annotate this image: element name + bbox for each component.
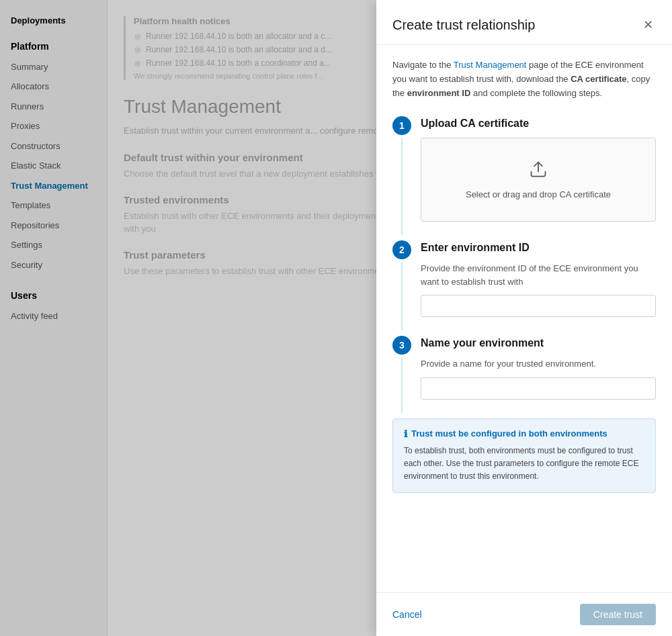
environment-id-input[interactable] (421, 295, 656, 317)
step-2-number: 2 (392, 240, 411, 259)
upload-label: Select or drag and drop CA certificate (432, 189, 644, 199)
upload-icon (432, 160, 644, 183)
modal-body: Navigate to the Trust Management page of… (376, 45, 672, 592)
info-icon: ℹ (404, 428, 407, 439)
step-1-title: Upload CA certificate (421, 118, 656, 130)
modal-header: Create trust relationship ✕ (376, 0, 672, 45)
step-3: 3 Name your environment Provide a name f… (392, 336, 656, 400)
step-1-content: Upload CA certificate Select or drag and… (421, 116, 656, 222)
step-2-title: Enter environment ID (421, 242, 656, 254)
environment-name-input[interactable] (421, 377, 656, 400)
info-box-title: ℹ Trust must be configured in both envir… (404, 428, 644, 439)
step-3-title: Name your environment (421, 337, 656, 349)
trust-management-link[interactable]: Trust Management (454, 60, 527, 70)
cancel-button[interactable]: Cancel (392, 605, 422, 624)
info-box-text: To establish trust, both environments mu… (404, 445, 644, 484)
step-1-number: 1 (392, 116, 411, 135)
info-box: ℹ Trust must be configured in both envir… (392, 418, 656, 494)
modal-panel: Create trust relationship ✕ Navigate to … (376, 0, 672, 636)
close-button[interactable]: ✕ (640, 16, 656, 34)
step-3-desc: Provide a name for your trusted environm… (421, 357, 656, 371)
step-3-content: Name your environment Provide a name for… (421, 336, 656, 400)
modal-title: Create trust relationship (392, 17, 535, 33)
create-trust-button[interactable]: Create trust (580, 604, 656, 625)
step-1: 1 Upload CA certificate Select or drag a… (392, 116, 656, 222)
step-2-desc: Provide the environment ID of the ECE en… (421, 262, 656, 288)
modal-intro: Navigate to the Trust Management page of… (392, 58, 656, 100)
modal-footer: Cancel Create trust (376, 592, 672, 636)
step-3-number: 3 (392, 336, 411, 355)
step-2-content: Enter environment ID Provide the environ… (421, 240, 656, 317)
step-2: 2 Enter environment ID Provide the envir… (392, 240, 656, 317)
upload-area[interactable]: Select or drag and drop CA certificate (421, 138, 656, 222)
